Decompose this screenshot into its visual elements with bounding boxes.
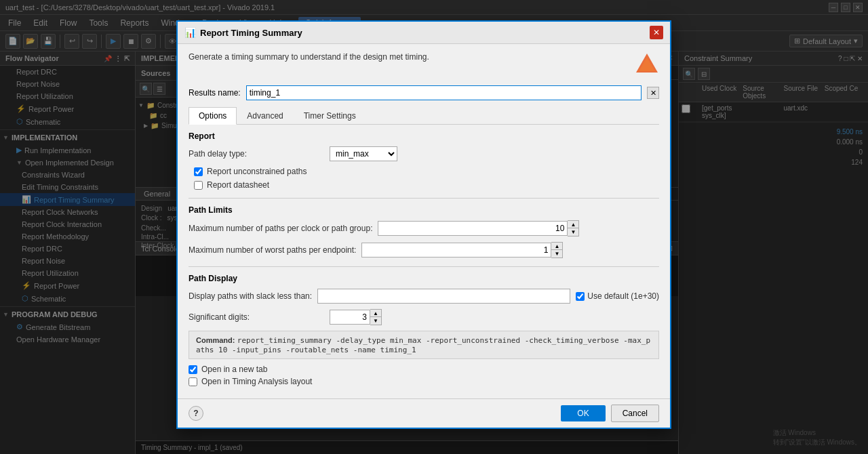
max-worst-label: Maximum number of worst paths per endpoi… xyxy=(189,245,356,255)
max-worst-down-btn[interactable]: ▼ xyxy=(551,250,562,257)
open-new-tab-label: Open in a new tab xyxy=(201,365,267,374)
sig-digits-row: Significant digits: ▲ ▼ xyxy=(189,309,659,325)
max-worst-up-btn[interactable]: ▲ xyxy=(551,243,562,250)
vivado-logo-svg xyxy=(635,52,659,77)
modal-overlay: 📊 Report Timing Summary ✕ Generate a tim… xyxy=(0,0,868,454)
tab-timer-settings[interactable]: Timer Settings xyxy=(294,107,366,124)
display-slack-row: Display paths with slack less than: Use … xyxy=(189,289,659,304)
open-options: Open in a new tab Open in Timing Analysi… xyxy=(189,365,659,386)
use-default-label: Use default (1e+30) xyxy=(587,291,659,301)
sig-digits-input-group: ▲ ▼ xyxy=(330,309,382,325)
dialog-title: Report Timing Summary xyxy=(200,28,646,38)
path-limits-section: Path Limits Maximum number of paths per … xyxy=(189,205,659,258)
cancel-button[interactable]: Cancel xyxy=(611,405,659,422)
report-timing-dialog: 📊 Report Timing Summary ✕ Generate a tim… xyxy=(176,20,671,429)
max-paths-input[interactable] xyxy=(378,221,568,236)
max-worst-row: Maximum number of worst paths per endpoi… xyxy=(189,242,659,258)
results-clear-button[interactable]: ✕ xyxy=(647,87,659,99)
display-slack-input[interactable] xyxy=(317,289,570,304)
dialog-body: Generate a timing summary to understand … xyxy=(178,44,670,398)
max-paths-up-btn[interactable]: ▲ xyxy=(568,221,578,228)
max-paths-label: Maximum number of paths per clock or pat… xyxy=(189,224,372,233)
path-delay-row: Path delay type: min_max min max xyxy=(189,146,659,161)
sig-digits-up-btn[interactable]: ▲ xyxy=(370,310,381,317)
path-display-title: Path Display xyxy=(189,274,659,283)
sig-digits-down-btn[interactable]: ▼ xyxy=(370,317,381,325)
tab-options[interactable]: Options xyxy=(189,107,237,125)
sig-digits-label: Significant digits: xyxy=(189,312,324,322)
report-unconstrained-row: Report unconstrained paths xyxy=(194,167,659,176)
dialog-icon: 📊 xyxy=(184,27,196,38)
report-datasheet-row: Report datasheet xyxy=(194,180,659,190)
vivado-logo xyxy=(635,52,659,79)
dialog-close-button[interactable]: ✕ xyxy=(650,26,663,39)
sig-digits-spinner: ▲ ▼ xyxy=(370,309,382,325)
path-delay-select[interactable]: min_max min max xyxy=(330,146,397,161)
results-name-label: Results name: xyxy=(189,88,241,98)
display-slack-label: Display paths with slack less than: xyxy=(189,291,312,301)
max-paths-spinner: ▲ ▼ xyxy=(568,220,579,236)
path-delay-label: Path delay type: xyxy=(189,149,324,159)
desc-row: Generate a timing summary to understand … xyxy=(189,52,659,79)
help-button[interactable]: ? xyxy=(189,406,203,421)
dialog-tabs: Options Advanced Timer Settings xyxy=(189,107,659,125)
use-default-row: Use default (1e+30) xyxy=(576,291,659,301)
results-name-row: Results name: ✕ xyxy=(189,85,659,100)
use-default-checkbox[interactable] xyxy=(576,292,585,301)
results-name-input[interactable] xyxy=(246,85,642,100)
divider-1 xyxy=(189,198,659,199)
max-worst-spinner: ▲ ▼ xyxy=(551,242,563,258)
open-timing-row: Open in Timing Analysis layout xyxy=(189,377,659,386)
max-paths-input-group: ▲ ▼ xyxy=(378,220,579,236)
report-section-title: Report xyxy=(189,131,659,141)
report-section: Report Path delay type: min_max min max … xyxy=(189,131,659,190)
max-paths-row: Maximum number of paths per clock or pat… xyxy=(189,220,659,236)
report-datasheet-label: Report datasheet xyxy=(207,180,269,190)
open-new-tab-row: Open in a new tab xyxy=(189,365,659,374)
divider-2 xyxy=(189,266,659,267)
dialog-titlebar: 📊 Report Timing Summary ✕ xyxy=(178,22,670,44)
max-worst-input-group: ▲ ▼ xyxy=(361,242,563,258)
tab-advanced[interactable]: Advanced xyxy=(237,107,293,124)
max-paths-down-btn[interactable]: ▼ xyxy=(568,228,578,236)
command-label: Command: xyxy=(196,336,235,344)
report-unconstrained-checkbox[interactable] xyxy=(194,167,203,176)
command-row: Command: report_timing_summary -delay_ty… xyxy=(189,331,659,359)
path-limits-title: Path Limits xyxy=(189,205,659,215)
report-datasheet-checkbox[interactable] xyxy=(194,181,203,190)
report-unconstrained-label: Report unconstrained paths xyxy=(207,167,307,176)
ok-button[interactable]: OK xyxy=(561,405,605,421)
command-text: report_timing_summary -delay_type min_ma… xyxy=(196,336,650,354)
max-worst-input[interactable] xyxy=(361,243,551,257)
options-tab-content: Report Path delay type: min_max min max … xyxy=(189,131,659,325)
dialog-desc: Generate a timing summary to understand … xyxy=(189,52,627,62)
open-timing-checkbox[interactable] xyxy=(189,377,197,386)
open-new-tab-checkbox[interactable] xyxy=(189,365,197,374)
dialog-footer: ? OK Cancel xyxy=(178,398,670,428)
path-display-section: Path Display Display paths with slack le… xyxy=(189,274,659,325)
sig-digits-input[interactable] xyxy=(330,310,370,325)
open-timing-label: Open in Timing Analysis layout xyxy=(201,377,312,386)
